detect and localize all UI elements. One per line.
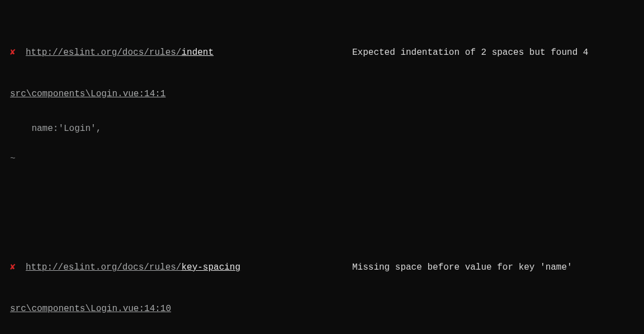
error-icon: ✘ (10, 262, 26, 273)
rule-link[interactable]: http://eslint.org/docs/rules/key-spacing (26, 262, 240, 272)
caret-marker: ~ (10, 157, 634, 163)
rule-name: key-spacing (181, 262, 240, 272)
error-message: Missing space before value for key 'name… (352, 262, 572, 273)
lint-error-entry: ✘ http://eslint.org/docs/rules/indent Ex… (10, 25, 634, 186)
rule-name: indent (181, 48, 214, 58)
file-location[interactable]: src\components\Login.vue:14:10 (10, 303, 634, 314)
code-snippet: name:'Login', (10, 123, 634, 134)
error-icon: ✘ (10, 47, 26, 58)
error-message: Expected indentation of 2 spaces but fou… (352, 47, 588, 58)
file-location[interactable]: src\components\Login.vue:14:1 (10, 88, 634, 100)
rule-url-base: http://eslint.org/docs/rules/ (26, 262, 181, 272)
lint-error-entry: ✘ http://eslint.org/docs/rules/key-spaci… (10, 239, 634, 334)
rule-url-base: http://eslint.org/docs/rules/ (26, 48, 181, 58)
terminal-output: ✘ http://eslint.org/docs/rules/indent Ex… (0, 0, 644, 334)
rule-link[interactable]: http://eslint.org/docs/rules/indent (26, 48, 214, 58)
